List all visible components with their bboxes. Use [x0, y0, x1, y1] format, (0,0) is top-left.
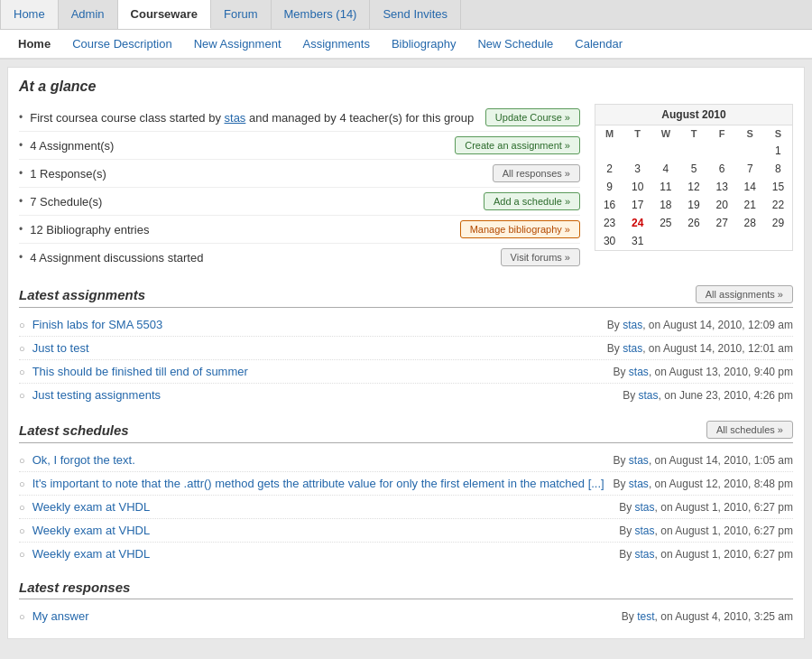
- item-author-link[interactable]: stas: [639, 389, 659, 402]
- calendar-day[interactable]: 19: [679, 196, 707, 214]
- calendar-day[interactable]: 4: [651, 160, 679, 178]
- item-title-link[interactable]: Weekly exam at VHDL: [32, 524, 151, 537]
- calendar-day[interactable]: 14: [736, 178, 764, 196]
- item-title-link[interactable]: Weekly exam at VHDL: [32, 500, 151, 514]
- calendar-day: [623, 142, 651, 160]
- calendar-day[interactable]: 8: [764, 160, 792, 178]
- course-author-link[interactable]: stas: [225, 111, 246, 125]
- circle-bullet-icon: ○: [19, 478, 25, 489]
- item-author-link[interactable]: test: [637, 610, 654, 623]
- item-title-link[interactable]: Just testing assignments: [32, 388, 161, 402]
- item-author-link[interactable]: stas: [629, 478, 649, 490]
- calendar-week-row: 9101112131415: [595, 178, 792, 196]
- add-schedule-button[interactable]: Add a schedule »: [484, 192, 580, 210]
- calendar-day[interactable]: 7: [736, 160, 764, 178]
- item-meta: By stas, on August 13, 2010, 9:40 pm: [614, 366, 793, 378]
- all-responses-button[interactable]: All responses »: [493, 164, 580, 182]
- at-a-glance-title: At a glance: [19, 79, 793, 95]
- calendar-header-row: M T W T F S S: [595, 125, 792, 142]
- list-item-left: ○Finish labs for SMA 5503: [19, 318, 162, 331]
- cal-th-tue: T: [623, 125, 651, 142]
- calendar-widget: August 2010 M T W T F S S: [595, 104, 793, 251]
- list-item-left: ○Weekly exam at VHDL: [19, 547, 150, 561]
- calendar-day[interactable]: 9: [595, 178, 623, 196]
- list-item-left: ○Just to test: [19, 341, 89, 355]
- calendar-day[interactable]: 2: [595, 160, 623, 178]
- top-nav-forum[interactable]: Forum: [211, 0, 272, 29]
- top-nav-members[interactable]: Members (14): [272, 0, 371, 29]
- calendar-day[interactable]: 16: [595, 196, 623, 214]
- item-author-link[interactable]: stas: [629, 366, 649, 378]
- item-title-link[interactable]: Just to test: [32, 341, 89, 355]
- calendar-day[interactable]: 15: [764, 178, 792, 196]
- calendar-day[interactable]: 12: [679, 178, 707, 196]
- item-author-link[interactable]: stas: [629, 454, 649, 467]
- glance-items: • First coursea course class started by …: [19, 104, 580, 271]
- calendar-day[interactable]: 3: [623, 160, 651, 178]
- calendar-day[interactable]: 20: [708, 196, 736, 214]
- calendar-day[interactable]: 29: [764, 214, 792, 232]
- sub-nav-calendar[interactable]: Calendar: [564, 30, 633, 58]
- circle-bullet-icon: ○: [19, 320, 25, 330]
- calendar-day[interactable]: 6: [708, 160, 736, 178]
- calendar-day[interactable]: 21: [736, 196, 764, 214]
- sub-nav-assignments[interactable]: Assignments: [292, 30, 381, 58]
- calendar-day: [764, 232, 792, 250]
- sub-nav-new-assignment[interactable]: New Assignment: [183, 30, 292, 58]
- sub-nav-home[interactable]: Home: [7, 30, 61, 58]
- item-meta: By stas, on August 1, 2010, 6:27 pm: [619, 548, 793, 561]
- all-assignments-link[interactable]: All assignments »: [696, 285, 793, 303]
- glance-row-left: • 4 Assignment(s): [19, 139, 114, 153]
- item-title-link[interactable]: This should be finished till end of summ…: [32, 365, 248, 378]
- calendar-day[interactable]: 24: [623, 214, 651, 232]
- circle-bullet-icon: ○: [19, 502, 25, 513]
- glance-row-bibliography: • 12 Bibliography entries Manage bibliog…: [19, 216, 580, 244]
- item-title-link[interactable]: It's important to note that the .attr() …: [32, 477, 604, 490]
- glance-row-left: • First coursea course class started by …: [19, 111, 474, 125]
- calendar-day[interactable]: 10: [623, 178, 651, 196]
- calendar-day[interactable]: 11: [651, 178, 679, 196]
- circle-bullet-icon: ○: [19, 611, 25, 622]
- response-list: ○My answerBy test, on August 4, 2010, 3:…: [19, 605, 793, 627]
- item-title-link[interactable]: Finish labs for SMA 5503: [32, 318, 163, 331]
- top-nav-send-invites[interactable]: Send Invites: [370, 0, 461, 29]
- item-author-link[interactable]: stas: [635, 548, 655, 561]
- list-item-left: ○Weekly exam at VHDL: [19, 524, 150, 537]
- calendar-day[interactable]: 26: [679, 214, 707, 232]
- item-author-link[interactable]: stas: [635, 524, 655, 537]
- calendar-day[interactable]: 1: [764, 142, 792, 160]
- latest-responses-title: Latest responses: [19, 580, 130, 595]
- latest-schedules-header: Latest schedules All schedules »: [19, 421, 793, 443]
- calendar-day[interactable]: 27: [708, 214, 736, 232]
- item-title-link[interactable]: My answer: [32, 609, 89, 623]
- calendar-day[interactable]: 22: [764, 196, 792, 214]
- item-meta: By stas, on August 14, 2010, 12:09 am: [607, 319, 793, 331]
- item-author-link[interactable]: stas: [635, 501, 655, 514]
- calendar-day[interactable]: 5: [679, 160, 707, 178]
- sub-nav-new-schedule[interactable]: New Schedule: [466, 30, 564, 58]
- item-meta: By stas, on August 14, 2010, 12:01 am: [607, 342, 793, 355]
- calendar-day[interactable]: 13: [708, 178, 736, 196]
- calendar-day[interactable]: 18: [651, 196, 679, 214]
- sub-nav-course-description[interactable]: Course Description: [61, 30, 183, 58]
- calendar-day[interactable]: 23: [595, 214, 623, 232]
- calendar-day[interactable]: 17: [623, 196, 651, 214]
- calendar-day[interactable]: 28: [736, 214, 764, 232]
- visit-forums-button[interactable]: Visit forums »: [501, 248, 580, 266]
- create-assignment-button[interactable]: Create an assignment »: [455, 136, 580, 154]
- calendar-day[interactable]: 30: [595, 232, 623, 250]
- item-title-link[interactable]: Ok, I forgot the text.: [32, 453, 135, 467]
- item-author-link[interactable]: stas: [623, 342, 642, 355]
- top-nav-home[interactable]: Home: [0, 0, 59, 29]
- update-course-button[interactable]: Update Course »: [485, 108, 580, 126]
- top-nav-courseware[interactable]: Courseware: [118, 0, 211, 29]
- manage-bibliography-button[interactable]: Manage bibliography »: [460, 220, 580, 238]
- item-author-link[interactable]: stas: [623, 319, 642, 331]
- all-schedules-link[interactable]: All schedules »: [706, 421, 793, 439]
- list-item: ○Just testing assignmentsBy stas, on Jun…: [19, 384, 793, 406]
- top-nav-admin[interactable]: Admin: [59, 0, 118, 29]
- calendar-day[interactable]: 25: [651, 214, 679, 232]
- item-title-link[interactable]: Weekly exam at VHDL: [32, 547, 151, 561]
- calendar-day[interactable]: 31: [623, 232, 651, 250]
- sub-nav-bibliography[interactable]: Bibliography: [381, 30, 467, 58]
